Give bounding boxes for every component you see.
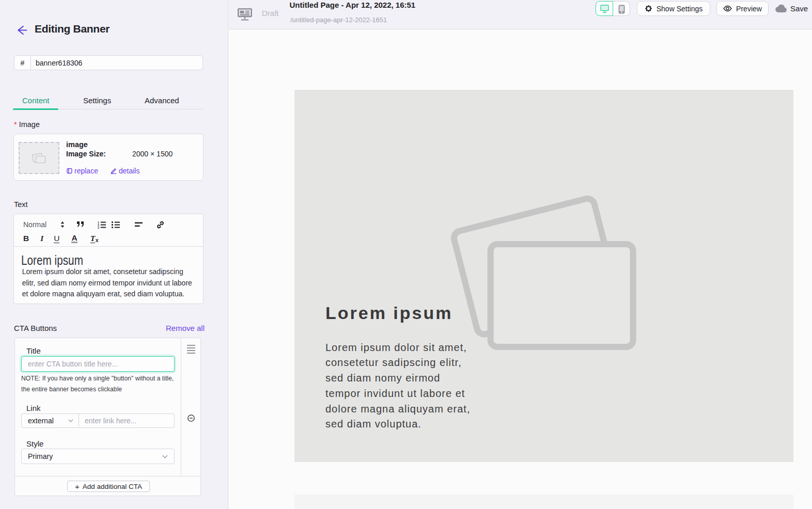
svg-text:3: 3 (98, 226, 99, 228)
